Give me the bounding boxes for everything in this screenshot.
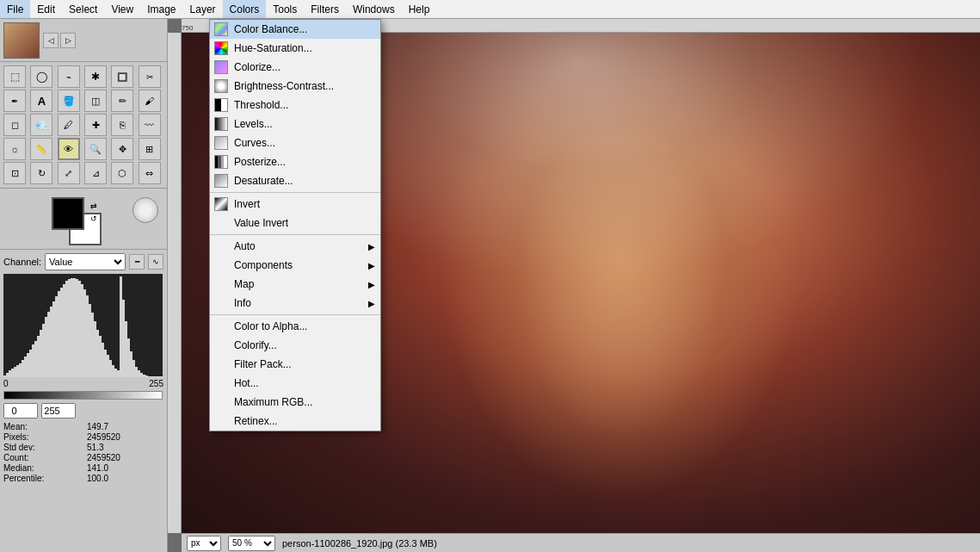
tool-heal[interactable]: ✚ — [84, 114, 107, 136]
tool-fuzzy-select[interactable]: ✱ — [84, 65, 107, 88]
menu-edit[interactable]: Edit — [30, 0, 62, 18]
menu-hot[interactable]: Hot... — [210, 374, 380, 393]
tool-blend[interactable]: ◫ — [84, 90, 107, 112]
menu-desaturate[interactable]: Desaturate... — [210, 171, 380, 190]
nav-btn-2[interactable]: ▷ — [60, 33, 76, 48]
median-value: 141.0 — [87, 463, 163, 473]
fg-color-swatch[interactable] — [52, 197, 84, 230]
tool-shear[interactable]: ⊿ — [84, 162, 107, 184]
zoom-select[interactable]: 50 % 100 % 25 % — [228, 536, 275, 551]
svg-rect-39 — [104, 350, 107, 377]
level-min: 0 — [3, 379, 9, 388]
menu-retinex[interactable]: Retinex... — [210, 412, 380, 431]
stats-area: Mean: 149.7 Pixels: 2459520 Std dev: 51.… — [3, 422, 163, 483]
tool-rect-select[interactable]: ⬚ — [3, 65, 26, 88]
svg-rect-40 — [107, 355, 109, 377]
menu-color-balance[interactable]: Color Balance... — [210, 20, 380, 39]
ruler-side — [168, 33, 182, 533]
reset-colors-btn[interactable]: ↺ — [90, 214, 97, 223]
quick-mask-btn[interactable] — [133, 197, 158, 223]
tool-crop[interactable]: ⊡ — [3, 162, 26, 184]
tool-align[interactable]: ⊞ — [139, 138, 161, 160]
invert-icon — [213, 196, 229, 212]
tool-move[interactable]: ✥ — [111, 138, 133, 160]
svg-rect-60 — [158, 376, 163, 377]
menu-file[interactable]: File — [0, 0, 30, 18]
tool-smudge[interactable]: 〰 — [139, 114, 161, 136]
menu-windows[interactable]: Windows — [346, 0, 402, 18]
menu-view[interactable]: View — [104, 0, 140, 18]
tool-dodge-burn[interactable]: ☼ — [3, 138, 26, 160]
tool-rotate[interactable]: ↻ — [30, 162, 52, 184]
svg-rect-25 — [68, 279, 71, 377]
tool-perspective[interactable]: ⬡ — [111, 162, 133, 184]
threshold-icon — [213, 97, 229, 113]
tool-bucket-fill[interactable]: 🪣 — [58, 90, 80, 112]
menu-layer[interactable]: Layer — [183, 0, 223, 18]
tool-clone[interactable]: ⎘ — [111, 114, 133, 136]
value-invert-icon — [213, 215, 229, 231]
tool-select-by-color[interactable]: 🔲 — [111, 65, 133, 88]
tool-paths[interactable]: ✒ — [3, 90, 26, 112]
tool-measure[interactable]: 📏 — [30, 138, 52, 160]
svg-rect-1 — [6, 373, 9, 377]
tool-airbrush[interactable]: 💨 — [30, 114, 52, 136]
menu-map[interactable]: Map ▶ — [210, 275, 380, 294]
menu-select[interactable]: Select — [62, 0, 104, 18]
svg-rect-29 — [78, 281, 81, 377]
menu-filters[interactable]: Filters — [304, 0, 346, 18]
menu-value-invert[interactable]: Value Invert — [210, 214, 380, 233]
menu-posterize[interactable]: Posterize... — [210, 152, 380, 171]
median-label: Median: — [3, 463, 80, 473]
tool-paintbrush[interactable]: 🖌 — [139, 90, 161, 112]
menu-filter-pack[interactable]: Filter Pack... — [210, 355, 380, 374]
menu-info[interactable]: Info ▶ — [210, 294, 380, 313]
menu-components[interactable]: Components ▶ — [210, 256, 380, 275]
menu-colors[interactable]: Colors — [223, 0, 267, 18]
tool-scissors[interactable]: ✂ — [139, 65, 161, 88]
menu-levels[interactable]: Levels... — [210, 115, 380, 133]
menu-invert[interactable]: Invert — [210, 195, 380, 214]
menu-brightness-contrast[interactable]: Brightness-Contrast... — [210, 77, 380, 96]
menu-maximum-rgb[interactable]: Maximum RGB... — [210, 393, 380, 412]
histogram-linear-btn[interactable]: ━ — [129, 254, 145, 270]
tool-color-picker[interactable]: 👁 — [58, 138, 80, 160]
input-min[interactable] — [3, 403, 38, 419]
tool-free-select[interactable]: ⌁ — [58, 65, 80, 88]
color-balance-icon — [213, 22, 229, 37]
menu-threshold[interactable]: Threshold... — [210, 96, 380, 115]
unit-select[interactable]: px % cm — [187, 536, 221, 551]
tool-text[interactable]: A — [30, 90, 52, 112]
channel-select[interactable]: Value Red Green Blue — [45, 253, 126, 270]
menu-color-to-alpha[interactable]: Color to Alpha... — [210, 317, 380, 336]
menu-auto[interactable]: Auto ▶ — [210, 237, 380, 256]
tool-ink[interactable]: 🖊 — [58, 114, 80, 136]
tool-scale[interactable]: ⤢ — [58, 162, 80, 184]
swap-colors-btn[interactable]: ⇄ — [90, 202, 97, 210]
menu-hue-saturation[interactable]: Hue-Saturation... — [210, 39, 380, 58]
svg-rect-36 — [96, 330, 99, 377]
svg-rect-57 — [151, 376, 153, 377]
tool-zoom[interactable]: 🔍 — [84, 138, 107, 160]
tool-ellipse-select[interactable]: ◯ — [30, 65, 52, 88]
svg-rect-0 — [3, 375, 6, 377]
tool-flip[interactable]: ⇔ — [139, 162, 161, 184]
menu-image[interactable]: Image — [140, 0, 182, 18]
nav-btn-1[interactable]: ◁ — [43, 33, 59, 48]
svg-rect-8 — [24, 357, 27, 377]
menu-colorify[interactable]: Colorify... — [210, 336, 380, 355]
menu-help[interactable]: Help — [402, 0, 437, 18]
map-icon — [213, 276, 229, 292]
toolbox: ◁ ▷ ⬚ ◯ ⌁ ✱ 🔲 ✂ ✒ A 🪣 ◫ ✏ 🖌 ◻ 💨 🖊 ✚ — [0, 19, 168, 552]
menu-colorize[interactable]: Colorize... — [210, 58, 380, 77]
count-value: 2459520 — [87, 453, 163, 462]
input-max[interactable] — [41, 403, 76, 419]
ruler-mark-750: 750 — [182, 24, 193, 32]
histogram-log-btn[interactable]: ∿ — [148, 254, 163, 270]
tool-pencil[interactable]: ✏ — [111, 90, 133, 112]
tool-eraser[interactable]: ◻ — [3, 114, 26, 136]
levels-row: 0 255 — [3, 379, 163, 388]
menu-tools[interactable]: Tools — [266, 0, 304, 18]
count-label: Count: — [3, 453, 80, 462]
menu-curves[interactable]: Curves... — [210, 133, 380, 152]
